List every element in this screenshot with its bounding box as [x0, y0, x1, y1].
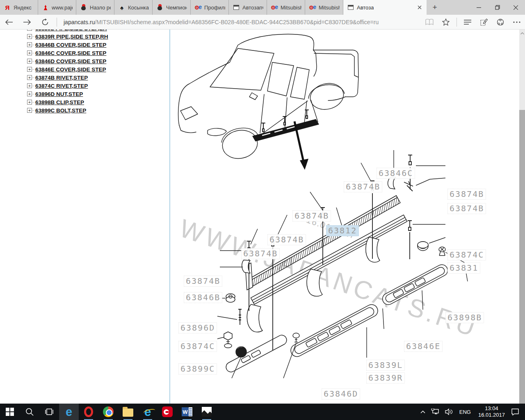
scrollbar-thumb[interactable] [519, 110, 525, 404]
taskbar-explorer-button[interactable] [118, 404, 138, 420]
part-label-63831[interactable]: 63831 [447, 262, 480, 274]
mitsubishi-favicon-icon [42, 5, 49, 10]
taskbar-word-button[interactable]: W [177, 404, 197, 420]
action-center-icon[interactable] [508, 404, 525, 420]
taskbar-opera-button[interactable] [79, 404, 98, 420]
new-tab-button[interactable]: + [427, 0, 443, 15]
taskbar-photos-button[interactable] [197, 404, 217, 420]
clock[interactable]: 13:04 16.01.2017 [475, 405, 508, 419]
tab-yandex[interactable]: Я Яндекс [0, 0, 38, 15]
browser-window: Я Яндекс www.pajerc Назло рек ♠ Косынка … [0, 0, 525, 420]
part-label-63874C[interactable]: 63874C [447, 249, 486, 260]
chrome-icon [103, 406, 114, 417]
parts-list-item[interactable]: + 63839R PIPE,SIDE STEP,RH [27, 32, 169, 41]
refresh-button[interactable] [36, 15, 54, 30]
taskbar-chrome-button[interactable] [98, 404, 118, 420]
tab-solitaire[interactable]: ♠ Косынка - [114, 0, 153, 15]
tab-autoza-active[interactable]: Автоза [343, 0, 427, 15]
tab-champion[interactable]: Чемпиона [153, 0, 191, 15]
tab-label: Чемпиона [166, 5, 187, 11]
tab-label: Автозапча [242, 5, 263, 11]
network-icon[interactable] [428, 404, 442, 420]
taskbar-redapp-button[interactable] [158, 404, 177, 420]
expand-plus-icon[interactable]: + [27, 91, 32, 96]
tab-label: Mitsubishi I [319, 5, 340, 11]
task-view-button[interactable] [39, 404, 59, 420]
tab-bar: Я Яндекс www.pajerc Назло рек ♠ Косынка … [0, 0, 525, 15]
tab-mitsubishi-1[interactable]: ⚙e Mitsubishi [267, 0, 305, 15]
search-button[interactable] [20, 404, 39, 420]
parts-list-item[interactable]: + 63899C BOLT,STEP [27, 106, 169, 114]
part-label-63874C[interactable]: 63874C [178, 341, 217, 352]
parts-list-item[interactable]: + 63898B CLIP,STEP [27, 98, 169, 106]
expand-plus-icon[interactable]: + [27, 108, 32, 113]
expand-plus-icon[interactable]: + [27, 100, 32, 105]
parts-list-item[interactable]: + 63846E COVER,SIDE STEP [27, 65, 169, 73]
part-label-63899C[interactable]: 63899C [178, 363, 217, 374]
parts-list-item[interactable]: + 63846D COVER,SIDE STEP [27, 57, 169, 65]
url-field[interactable]: japancats.ru/MITSUBISHI/scheme.aspx?mode… [59, 19, 421, 25]
part-label-63812-highlighted[interactable]: 63812 [326, 225, 359, 236]
parts-list-item[interactable]: + 63846C COVER,SIDE STEP [27, 49, 169, 57]
parts-list-item[interactable]: + 63874B RIVET,STEP [27, 73, 169, 82]
tray-chevron-icon[interactable] [418, 404, 428, 420]
part-label-63846D[interactable]: 63846D [322, 388, 360, 399]
part-label-63874B[interactable]: 63874B [292, 210, 331, 221]
web-note-icon[interactable] [476, 15, 492, 30]
favorites-star-icon[interactable] [438, 15, 454, 30]
forward-button[interactable] [18, 15, 36, 30]
word-icon: W [182, 407, 192, 416]
tab-mitsubishi-2[interactable]: ⚙e Mitsubishi I [305, 0, 343, 15]
tab-autoparts[interactable]: Автозапча [229, 0, 267, 15]
part-label-63846C[interactable]: 63846C [377, 168, 415, 179]
expand-plus-icon[interactable]: + [27, 83, 32, 88]
file-explorer-icon [123, 409, 133, 417]
volume-icon[interactable] [442, 404, 455, 420]
expand-plus-icon[interactable]: + [27, 67, 32, 72]
back-button[interactable] [0, 15, 18, 30]
tab-profile[interactable]: ⚙e Профиль М [191, 0, 229, 15]
part-label-63846B[interactable]: 63846B [184, 292, 222, 303]
tab-label: Косынка - [128, 5, 149, 11]
expand-plus-icon[interactable]: + [27, 59, 32, 64]
part-label-63874B[interactable]: 63874B [447, 189, 486, 200]
restore-button[interactable] [488, 0, 507, 15]
expand-plus-icon[interactable]: + [27, 50, 32, 55]
part-label-63874B[interactable]: 63874B [241, 248, 280, 259]
more-options-icon[interactable] [509, 15, 525, 30]
tab-close-icon[interactable] [416, 4, 423, 11]
part-label-63874B[interactable]: 63874B [184, 276, 222, 287]
content-scrollbar[interactable] [519, 30, 525, 404]
part-label-63898B[interactable]: 63898B [445, 312, 484, 323]
expand-plus-icon[interactable]: + [27, 30, 32, 31]
url-domain: japancats.ru [64, 19, 95, 25]
part-label-63896D[interactable]: 63896D [178, 322, 217, 333]
parts-list-item[interactable]: + 63874C RIVET,STEP [27, 82, 169, 90]
expand-plus-icon[interactable]: + [27, 75, 32, 80]
part-label-63839L[interactable]: 63839L [366, 360, 405, 371]
tab-nazlo[interactable]: Назло рек [76, 0, 114, 15]
start-button[interactable] [0, 404, 20, 420]
parts-list-item[interactable]: + 63846B COVER,SIDE STEP [27, 41, 169, 49]
car-sketch [178, 34, 358, 162]
part-label-63874B[interactable]: 63874B [267, 234, 306, 245]
tab-pajero[interactable]: www.pajerc [38, 0, 76, 15]
taskbar-edge-button[interactable]: e [59, 404, 79, 420]
scroll-up-icon[interactable] [519, 30, 525, 36]
language-indicator[interactable]: ENG [455, 409, 475, 415]
expand-plus-icon[interactable]: + [27, 42, 32, 47]
part-label-63839R[interactable]: 63839R [366, 372, 405, 383]
expand-plus-icon[interactable]: + [27, 34, 32, 39]
taskbar-ie-button[interactable]: e [138, 404, 158, 420]
parts-list-item[interactable]: + 63839L PIPE,SIDE STEP,LH [27, 30, 169, 32]
reading-view-icon[interactable] [421, 15, 438, 30]
minimize-button[interactable] [470, 0, 488, 15]
part-label-63874B[interactable]: 63874B [447, 203, 486, 214]
part-label-63846E[interactable]: 63846E [404, 341, 443, 352]
parts-list-item[interactable]: + 63896D NUT,STEP [27, 90, 169, 98]
part-label-63874B[interactable]: 63874B [344, 181, 382, 192]
divider [457, 18, 457, 27]
hub-icon[interactable] [459, 15, 476, 30]
share-icon[interactable] [492, 15, 509, 30]
close-window-button[interactable] [507, 0, 525, 15]
